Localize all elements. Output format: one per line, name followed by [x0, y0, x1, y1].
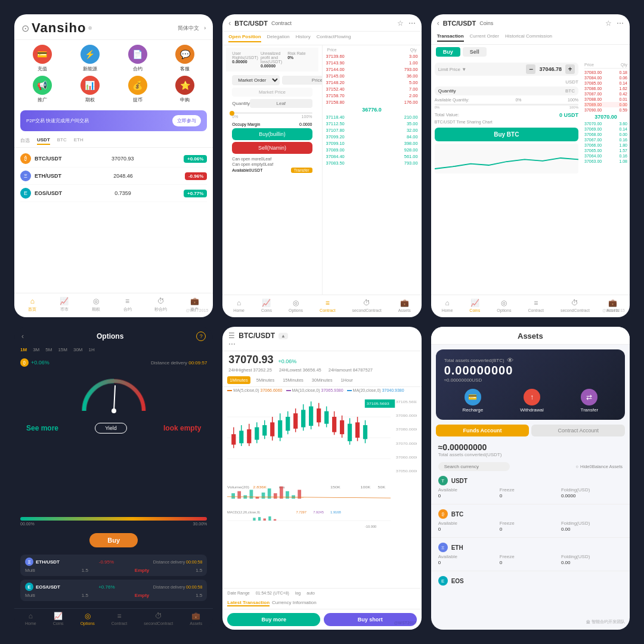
navigate-forward-icon[interactable]: ›: [204, 25, 206, 31]
tab-open-position[interactable]: Open Position: [228, 34, 261, 42]
sell-namin-button[interactable]: Sell(Namin): [232, 142, 312, 154]
c4-nav-home[interactable]: ⌂Home: [25, 612, 36, 626]
nav-assets-contract[interactable]: 💼Assets: [398, 299, 411, 312]
tf-3m[interactable]: 3M: [33, 347, 39, 352]
tf-5m[interactable]: 5M: [45, 347, 52, 352]
limit-plus-button[interactable]: +: [565, 64, 575, 74]
nav-contract-coins[interactable]: ≡Contract: [528, 299, 543, 312]
assets-search-input[interactable]: [438, 462, 510, 471]
tab-history[interactable]: History: [296, 34, 311, 42]
qty-slider-track[interactable]: [232, 112, 312, 114]
eye-icon[interactable]: 👁: [507, 357, 513, 364]
qty-slider-handle[interactable]: [230, 111, 234, 116]
options-buy-button[interactable]: Buy: [89, 533, 138, 547]
nav-options-coins[interactable]: ◎Options: [497, 299, 511, 312]
c4-nav-coins[interactable]: 📈Coins: [53, 612, 64, 626]
chart-auto-option[interactable]: auto: [306, 591, 315, 595]
chart-more-icon[interactable]: ⋯: [228, 340, 236, 348]
c5tf-1hour[interactable]: 1Hour: [338, 376, 355, 384]
list-item[interactable]: Ξ ETH/USDT 2048.46 -0.96%: [20, 168, 207, 185]
quantity-input[interactable]: [250, 99, 312, 108]
coins-buy-button[interactable]: Buy: [436, 47, 460, 57]
transfer-action[interactable]: ⇄ Transfer: [581, 389, 599, 413]
transfer-button[interactable]: Transfer: [291, 168, 312, 173]
c4-nav-assets[interactable]: 💼Assets: [190, 612, 202, 626]
coins-favorite-icon[interactable]: ☆: [605, 19, 612, 27]
buy-buillin-button[interactable]: Buy(buillin): [232, 128, 312, 140]
action-service[interactable]: 💬 客服: [163, 45, 207, 72]
nav-market[interactable]: 📈币市: [60, 297, 69, 312]
nav-second-contract[interactable]: ⏱秒合约: [154, 297, 167, 312]
limit-minus-button[interactable]: −: [526, 64, 535, 74]
tab-transaction[interactable]: Transaction: [437, 33, 464, 42]
back-arrow-coins-icon[interactable]: ‹: [437, 19, 439, 27]
coins-more-icon[interactable]: ⋯: [617, 19, 624, 27]
coins-sell-button[interactable]: Sell: [463, 47, 487, 57]
tf-1h[interactable]: 1H: [89, 347, 95, 352]
buy-btc-button[interactable]: Buy BTC: [435, 128, 578, 141]
c5tf-5min[interactable]: 5Minutes: [254, 376, 277, 384]
options-info-icon[interactable]: ?: [196, 332, 206, 341]
nav-options[interactable]: ◎期权: [92, 297, 100, 312]
tab-historical-commission[interactable]: Historical Commission: [505, 33, 552, 42]
chart-menu-icon[interactable]: ☰: [228, 332, 235, 340]
tab-latest-transaction[interactable]: Latest Transaction: [227, 600, 270, 606]
user-avatar-icon[interactable]: ⊙: [21, 23, 29, 34]
tab-usdt[interactable]: USDT: [37, 136, 50, 145]
action-promote[interactable]: 📢 推广: [20, 76, 64, 103]
action-new-energy[interactable]: ⚡ 新能源: [68, 45, 112, 72]
back-arrow-icon[interactable]: ‹: [228, 19, 231, 27]
more-options-icon[interactable]: ⋯: [408, 19, 416, 27]
action-withdraw[interactable]: 💰 提币: [116, 76, 160, 103]
contract-account-tab[interactable]: Contract Account: [531, 425, 625, 436]
nav-home[interactable]: ⌂首页: [28, 297, 36, 312]
language-selector[interactable]: 简体中文: [178, 24, 199, 32]
list-item[interactable]: E EOS/USDT +0.76% Distance delivery 00:0…: [20, 580, 207, 601]
price-input[interactable]: [282, 76, 322, 85]
c4-nav-second-contract[interactable]: ⏱secondContract: [144, 612, 173, 626]
order-type-select[interactable]: Market Order: [232, 75, 280, 85]
nav-coins-coins[interactable]: 📈Coins: [469, 299, 480, 312]
action-options[interactable]: 📊 期权: [68, 76, 112, 103]
list-item[interactable]: ₿ BTC/USDT 37070.93 +0.06%: [20, 150, 207, 168]
nav-home-contract[interactable]: ⌂Home: [233, 299, 244, 312]
action-apply[interactable]: ⭐ 申购: [163, 76, 207, 103]
c5tf-1min[interactable]: 1Minutes: [227, 376, 250, 384]
nav-contract-contract[interactable]: ≡Contract: [320, 299, 335, 312]
nav-home-coins[interactable]: ⌂Home: [442, 299, 453, 312]
options-back-icon[interactable]: ‹: [21, 332, 24, 340]
buy-more-button[interactable]: Buy more: [227, 613, 320, 626]
join-promo-button[interactable]: 立即参与: [172, 115, 201, 126]
nav-contract[interactable]: ≡合约: [123, 297, 132, 312]
tab-current-order[interactable]: Current Order: [470, 33, 499, 42]
list-item[interactable]: E EOS/USDT 0.7359 +0.77%: [20, 185, 207, 202]
tab-contract-flowing[interactable]: ContractFlowing: [317, 34, 351, 42]
recharge-action[interactable]: 💳 Recharge: [463, 389, 484, 413]
tab-eth[interactable]: ETH: [74, 136, 83, 145]
tab-self-select[interactable]: 自选: [20, 136, 30, 145]
favorite-icon[interactable]: ☆: [397, 19, 404, 27]
tab-btc[interactable]: BTC: [57, 136, 67, 145]
tab-currency-information[interactable]: Currency Information: [272, 600, 317, 606]
chart-log-option[interactable]: log: [295, 591, 301, 595]
nav-second-contract-coins[interactable]: ⏱secondContract: [561, 299, 590, 312]
tf-15m[interactable]: 15M: [58, 347, 67, 352]
tab-delegation[interactable]: Delegation: [267, 34, 290, 42]
c5tf-30min[interactable]: 30Minutes: [309, 376, 335, 384]
action-recharge[interactable]: 💳 充值: [20, 45, 64, 72]
withdrawal-action[interactable]: ↑ Withdrawal: [520, 389, 544, 413]
c5tf-15min[interactable]: 15Minutes: [280, 376, 306, 384]
coins-slider-track[interactable]: [435, 104, 578, 106]
yield-button[interactable]: Yield: [95, 423, 127, 434]
tf-30m[interactable]: 30M: [73, 347, 83, 352]
tf-1m[interactable]: 1M: [20, 347, 27, 352]
funds-account-tab[interactable]: Funds Account: [436, 425, 530, 436]
nav-coins-contract[interactable]: 📈Coins: [261, 299, 272, 312]
c4-nav-contract[interactable]: ≡Contract: [112, 612, 127, 626]
nav-options-contract[interactable]: ◎Options: [289, 299, 303, 312]
c4-nav-options[interactable]: ◎Options: [80, 612, 95, 626]
nav-second-contract-contract[interactable]: ⏱secondContract: [352, 299, 382, 312]
list-item[interactable]: Ξ ETH/USDT -0.95% Distance delivery 00:0…: [20, 555, 207, 576]
hide-zero-toggle[interactable]: ○ Hide0Balance Assets: [576, 464, 623, 469]
action-contract[interactable]: 📄 合约: [116, 45, 160, 72]
